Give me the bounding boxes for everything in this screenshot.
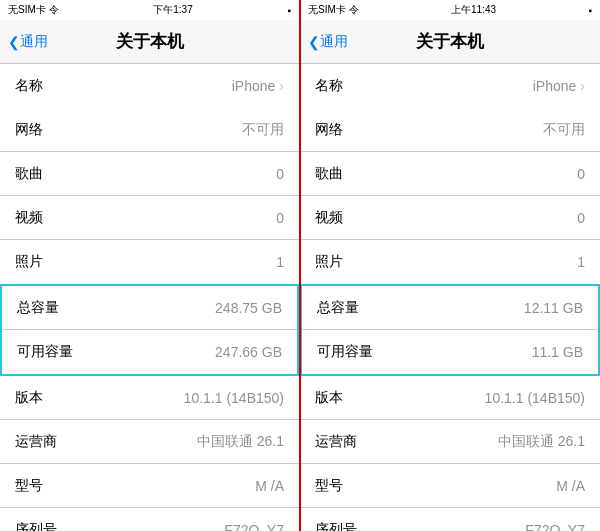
value-version-right: 10.1.1 (14B150) [485,390,585,406]
chevron-name-right: › [580,78,585,94]
row-name-right[interactable]: 名称 iPhone › [300,64,600,108]
value-network-left: 不可用 [242,121,284,139]
value-model-right: M /A [556,478,585,494]
row-songs-right: 歌曲 0 [300,152,600,196]
label-total-cap-right: 总容量 [317,299,359,317]
label-model-left: 型号 [15,477,43,495]
row-photos-left: 照片 1 [0,240,299,284]
row-videos-left: 视频 0 [0,196,299,240]
back-label-right: 通用 [320,33,348,51]
nav-title-left: 关于本机 [116,30,184,53]
row-model-left: 型号 M /A [0,464,299,508]
value-total-cap-right: 12.11 GB [524,300,583,316]
label-version-right: 版本 [315,389,343,407]
carrier-right: 无SIM卡 令 [308,3,359,17]
status-left: 无SIM卡 令 [8,3,59,17]
nav-bar-left: ❮ 通用 关于本机 [0,20,299,64]
row-serial-right: 序列号 F72Q. Y7 [300,508,600,531]
label-version-left: 版本 [15,389,43,407]
row-version-right: 版本 10.1.1 (14B150) [300,376,600,420]
value-avail-cap-left: 247.66 GB [215,344,282,360]
back-button-left[interactable]: ❮ 通用 [8,33,48,51]
battery-right: ▪ [588,5,592,16]
value-carrier-left: 中国联通 26.1 [197,433,284,451]
row-carrier-left: 运营商 中国联通 26.1 [0,420,299,464]
row-avail-capacity-right: 可用容量 11.1 GB [302,330,598,374]
value-videos-right: 0 [577,210,585,226]
status-left-right: 无SIM卡 令 [308,3,359,17]
row-serial-left: 序列号 F72Q. Y7 [0,508,299,531]
divider-line [299,0,301,531]
value-songs-left: 0 [276,166,284,182]
label-name-left: 名称 [15,77,43,95]
label-serial-left: 序列号 [15,521,57,532]
value-version-left: 10.1.1 (14B150) [184,390,284,406]
highlight-group-left: 总容量 248.75 GB 可用容量 247.66 GB [0,284,299,376]
group-name-left: 名称 iPhone › [0,64,299,108]
value-photos-left: 1 [276,254,284,270]
label-carrier-right: 运营商 [315,433,357,451]
group-media-left: 网络 不可用 歌曲 0 视频 0 照片 1 [0,108,299,284]
status-bar-right: 无SIM卡 令 上午11:43 ▪ [300,0,600,20]
content-right: 名称 iPhone › 网络 不可用 歌曲 0 视频 0 [300,64,600,531]
status-bar-left: 无SIM卡 令 下午1:37 ▪ [0,0,299,20]
label-avail-cap-right: 可用容量 [317,343,373,361]
back-label-left: 通用 [20,33,48,51]
right-panel: 无SIM卡 令 上午11:43 ▪ ❮ 通用 关于本机 名称 iPhone › [300,0,600,531]
value-carrier-right: 中国联通 26.1 [498,433,585,451]
row-songs-left: 歌曲 0 [0,152,299,196]
value-songs-right: 0 [577,166,585,182]
row-avail-capacity-left: 可用容量 247.66 GB [2,330,297,374]
value-videos-left: 0 [276,210,284,226]
time-right: 上午11:43 [451,3,496,17]
value-network-right: 不可用 [543,121,585,139]
status-right-right: ▪ [588,5,592,16]
content-left: 名称 iPhone › 网络 不可用 歌曲 0 视频 0 [0,64,299,531]
label-photos-right: 照片 [315,253,343,271]
row-version-left: 版本 10.1.1 (14B150) [0,376,299,420]
chevron-name-left: › [279,78,284,94]
back-button-right[interactable]: ❮ 通用 [308,33,348,51]
row-total-capacity-left: 总容量 248.75 GB [2,286,297,330]
label-total-cap-left: 总容量 [17,299,59,317]
group-media-right: 网络 不可用 歌曲 0 视频 0 照片 1 [300,108,600,284]
row-photos-right: 照片 1 [300,240,600,284]
label-songs-right: 歌曲 [315,165,343,183]
value-photos-right: 1 [577,254,585,270]
chevron-back-icon-right: ❮ [308,34,320,50]
group-info-left: 版本 10.1.1 (14B150) 运营商 中国联通 26.1 型号 M /A… [0,376,299,531]
value-total-cap-left: 248.75 GB [215,300,282,316]
chevron-back-icon-left: ❮ [8,34,20,50]
highlight-group-right: 总容量 12.11 GB 可用容量 11.1 GB [300,284,600,376]
label-videos-left: 视频 [15,209,43,227]
label-avail-cap-left: 可用容量 [17,343,73,361]
row-model-right: 型号 M /A [300,464,600,508]
value-name-right: iPhone › [533,78,585,94]
value-name-left: iPhone › [232,78,284,94]
label-serial-right: 序列号 [315,521,357,532]
status-right-left: ▪ [287,5,291,16]
value-model-left: M /A [255,478,284,494]
time-left: 下午1:37 [153,3,192,17]
left-panel: 无SIM卡 令 下午1:37 ▪ ❮ 通用 关于本机 名称 iPhone › [0,0,300,531]
nav-title-right: 关于本机 [416,30,484,53]
group-name-right: 名称 iPhone › [300,64,600,108]
label-network-right: 网络 [315,121,343,139]
value-serial-right: F72Q. Y7 [525,522,585,532]
battery-left: ▪ [287,5,291,16]
label-photos-left: 照片 [15,253,43,271]
group-info-right: 版本 10.1.1 (14B150) 运营商 中国联通 26.1 型号 M /A… [300,376,600,531]
row-name-left[interactable]: 名称 iPhone › [0,64,299,108]
label-model-right: 型号 [315,477,343,495]
value-avail-cap-right: 11.1 GB [532,344,583,360]
label-carrier-left: 运营商 [15,433,57,451]
carrier-left: 无SIM卡 令 [8,3,59,17]
nav-bar-right: ❮ 通用 关于本机 [300,20,600,64]
label-songs-left: 歌曲 [15,165,43,183]
row-network-left: 网络 不可用 [0,108,299,152]
row-network-right: 网络 不可用 [300,108,600,152]
label-name-right: 名称 [315,77,343,95]
label-videos-right: 视频 [315,209,343,227]
row-total-capacity-right: 总容量 12.11 GB [302,286,598,330]
value-serial-left: F72Q. Y7 [224,522,284,532]
